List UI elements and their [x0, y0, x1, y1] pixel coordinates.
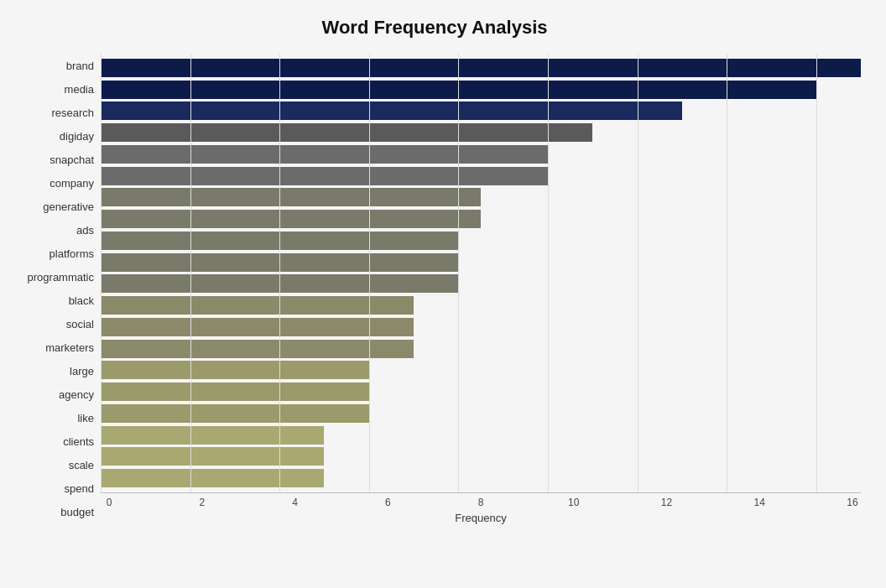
grid-line-4	[279, 54, 280, 492]
bar-row-budget	[101, 467, 861, 489]
bar-ads	[101, 210, 481, 228]
bar-generative	[101, 188, 481, 206]
bar-agency	[101, 361, 369, 379]
bar-row-spend	[101, 446, 861, 468]
grid-line-12	[638, 54, 638, 492]
bar-row-generative	[101, 187, 861, 209]
x-tick-14: 14	[751, 497, 768, 508]
bar-row-company	[101, 165, 861, 187]
bar-row-ads	[101, 208, 861, 230]
y-label-black: black	[69, 295, 94, 306]
bar-row-digiday	[101, 122, 861, 143]
bars-grid	[101, 54, 861, 492]
bar-spend	[101, 447, 324, 466]
y-label-clients: clients	[63, 436, 94, 447]
bar-row-large	[101, 338, 861, 360]
bar-research	[101, 101, 682, 120]
bar-brand	[101, 59, 861, 77]
bar-row-scale	[101, 424, 861, 446]
x-tick-6: 6	[379, 497, 396, 508]
grid-line-14	[727, 54, 727, 492]
y-label-media: media	[65, 84, 94, 95]
y-label-like: like	[77, 413, 94, 424]
y-label-brand: brand	[66, 60, 94, 71]
x-tick-0: 0	[101, 497, 117, 508]
y-labels: brandmediaresearchdigidaysnapchatcompany…	[8, 54, 101, 524]
x-axis-label: Frequency	[101, 512, 861, 524]
y-label-snapchat: snapchat	[50, 154, 94, 165]
x-tick-16: 16	[844, 497, 861, 508]
y-label-large: large	[70, 366, 94, 377]
bar-row-like	[101, 381, 861, 403]
y-label-scale: scale	[69, 460, 94, 471]
grid-line-16	[816, 54, 817, 492]
bar-row-brand	[101, 57, 861, 79]
chart-container: Word Frequency Analysis brandmediaresear…	[0, 0, 886, 588]
bar-company	[101, 167, 548, 185]
y-label-budget: budget	[60, 507, 94, 518]
y-label-spend: spend	[65, 483, 94, 494]
bar-budget	[101, 469, 324, 487]
y-label-platforms: platforms	[50, 248, 94, 259]
y-label-agency: agency	[59, 389, 94, 400]
bar-row-marketers	[101, 316, 861, 338]
bar-row-research	[101, 101, 861, 122]
bars-and-x: 0246810121416 Frequency	[101, 54, 861, 524]
bar-row-programmatic	[101, 252, 861, 273]
bar-like	[101, 382, 369, 401]
chart-area: brandmediaresearchdigidaysnapchatcompany…	[8, 54, 861, 524]
bar-clients	[101, 404, 369, 423]
bar-row-snapchat	[101, 143, 861, 165]
bar-row-social	[101, 294, 861, 316]
x-tick-8: 8	[472, 497, 489, 508]
y-label-digiday: digiday	[60, 131, 94, 142]
grid-line-10	[548, 54, 549, 492]
bar-snapchat	[101, 145, 548, 164]
y-label-generative: generative	[43, 201, 94, 212]
y-label-ads: ads	[76, 225, 94, 236]
y-label-programmatic: programmatic	[28, 272, 94, 283]
x-axis: 0246810121416	[101, 492, 861, 508]
grid-line-6	[369, 54, 370, 492]
y-label-company: company	[50, 178, 94, 189]
x-tick-12: 12	[659, 497, 675, 508]
bar-scale	[101, 426, 324, 445]
y-label-marketers: marketers	[45, 342, 94, 353]
bar-row-agency	[101, 360, 861, 382]
bar-social	[101, 296, 414, 315]
bar-large	[101, 340, 414, 358]
chart-title: Word Frequency Analysis	[8, 17, 861, 39]
y-label-research: research	[51, 107, 94, 118]
bar-row-platforms	[101, 230, 861, 252]
bar-row-clients	[101, 403, 861, 424]
bar-marketers	[101, 318, 414, 336]
bar-row-media	[101, 79, 861, 101]
x-tick-10: 10	[565, 497, 582, 508]
grid-line-0	[101, 54, 102, 492]
bar-row-black	[101, 273, 861, 295]
grid-line-2	[190, 54, 191, 492]
x-tick-4: 4	[287, 497, 304, 508]
bar-digiday	[101, 123, 592, 142]
y-label-social: social	[66, 319, 94, 330]
x-tick-2: 2	[194, 497, 211, 508]
bars-rows	[101, 54, 861, 492]
grid-line-8	[458, 54, 459, 492]
